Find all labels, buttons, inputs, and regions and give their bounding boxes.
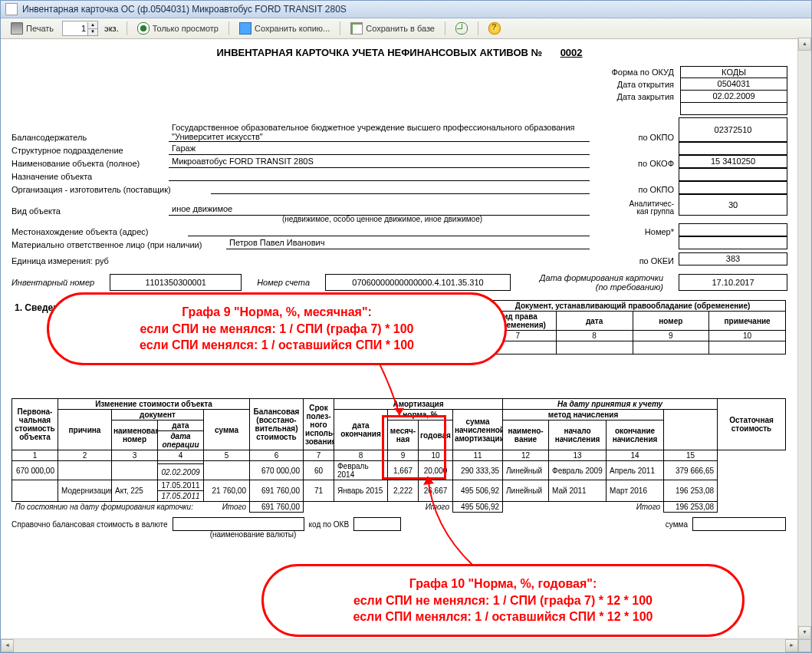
- kind-note: (недвижимое, особо ценное движимое, иное…: [169, 215, 596, 223]
- close-date-value: [681, 103, 787, 114]
- card-date-label: Дата формирования карточки (по требовани…: [526, 273, 663, 292]
- print-label: Печать: [26, 24, 54, 33]
- printer-icon: [11, 22, 23, 35]
- maker-label: Организация - изготовитель (поставщик): [12, 185, 211, 194]
- okof-value: 15 3410250: [679, 155, 787, 168]
- window-title: Инвентарная карточка ОС (ф.0504031) Микр…: [22, 4, 347, 15]
- name-value: Микроавтобус FORD TRANSIT 280S: [169, 157, 590, 168]
- acct-label: Номер счета: [257, 278, 310, 287]
- main-table: Первона-чальная стоимость объекта Измене…: [12, 398, 786, 513]
- resp-label: Материально ответственное лицо (при нали…: [12, 240, 226, 249]
- okv-code-box: [353, 517, 401, 531]
- doc-title: ИНВЕНТАРНАЯ КАРТОЧКА УЧЕТА НЕФИНАНСОВЫХ …: [12, 47, 787, 58]
- okud-label: Форма по ОКУД: [574, 66, 674, 78]
- scroll-corner: [798, 639, 811, 652]
- okei-label: по ОКЕИ: [590, 256, 679, 265]
- nomer-value: [679, 223, 787, 236]
- okv-currency-box: [173, 517, 304, 531]
- okpo2-value: [679, 181, 787, 194]
- help-button[interactable]: [483, 20, 506, 37]
- card-date-value: 17.10.2017: [679, 274, 787, 291]
- location-label: Местонахождение объекта (адрес): [12, 227, 188, 236]
- diskette-icon: [239, 22, 251, 35]
- resp-value: Петров Павел Иванович: [226, 238, 590, 249]
- open-date-value: 02.02.2009: [681, 91, 787, 103]
- eye-icon: [137, 22, 150, 35]
- dept-label: Структурное подразделение: [12, 146, 169, 155]
- okof-label: по ОКОФ: [590, 159, 679, 168]
- name-label: Наименование объекта (полное): [12, 159, 169, 168]
- kind-value: иное движимое: [169, 204, 590, 216]
- open-date-label: Дата открытия: [574, 78, 674, 91]
- holder-label: Балансодержатель: [12, 133, 169, 142]
- okpo1-label: по ОКПО: [590, 133, 679, 142]
- save-base-label: Сохранить в базе: [366, 24, 435, 33]
- analytic-value: 30: [679, 194, 787, 216]
- help-icon: [488, 22, 501, 35]
- app-window: Инвентарная карточка ОС (ф.0504031) Микр…: [0, 0, 812, 653]
- doc-icon: [5, 3, 18, 15]
- codes-header: КОДЫ: [681, 67, 787, 78]
- save-base-button[interactable]: Сохранить в базе: [345, 20, 440, 37]
- okv-note: (наименование валюты): [188, 530, 318, 539]
- toolbar: Печать ▲ ▼ экз. Только просмотр Сохранит…: [1, 18, 811, 39]
- okv-sum-box: [692, 517, 786, 531]
- close-date-label: Дата закрытия: [574, 91, 674, 103]
- rights-table: Документ, устанавливающий правообладание…: [479, 300, 786, 355]
- scroll-left-button[interactable]: ◄: [1, 639, 14, 652]
- refresh-button[interactable]: [450, 20, 473, 37]
- view-only-button[interactable]: Только просмотр: [132, 20, 224, 37]
- spin-up[interactable]: ▲: [87, 22, 97, 29]
- callout-col9: Графа 9 "Норма, %, месячная": если СПИ н…: [47, 292, 507, 365]
- scroll-right-button[interactable]: ►: [785, 639, 798, 652]
- okv-label: Справочно балансовая стоимость в валюте: [12, 520, 168, 529]
- dept-value: Гараж: [169, 143, 590, 155]
- save-db-icon: [350, 22, 363, 35]
- okv-code-label: код по ОКВ: [309, 520, 349, 529]
- inv-num-label: Инвентарный номер: [12, 278, 94, 287]
- scroll-up-button[interactable]: ▲: [798, 38, 811, 51]
- okpo2-label: по ОКПО: [590, 185, 679, 194]
- analytic-label: Аналитичес-кая группа: [590, 200, 679, 216]
- scrollbar-horizontal[interactable]: ◄ ►: [1, 638, 811, 652]
- spin-down[interactable]: ▼: [87, 29, 97, 35]
- okei-value: 383: [679, 252, 787, 265]
- nomer-label: Номер*: [590, 227, 679, 236]
- doc-number: 0002: [561, 47, 583, 58]
- inv-num-value: 1101350300001: [110, 274, 242, 291]
- copies-input[interactable]: [63, 24, 87, 33]
- okv-sum-label: сумма: [666, 520, 688, 529]
- scroll-down-button[interactable]: ▼: [798, 626, 811, 639]
- save-copy-label: Сохранить копию...: [255, 24, 330, 33]
- print-button[interactable]: Печать: [5, 20, 59, 37]
- okpo1-value: 02372510: [679, 117, 787, 142]
- codes-box: КОДЫ 0504031 02.02.2009: [680, 66, 787, 115]
- purpose-label: Назначение объекта: [12, 172, 169, 181]
- holder-value: Государственное образовательное бюджетно…: [169, 123, 590, 142]
- save-copy-button[interactable]: Сохранить копию...: [234, 20, 335, 37]
- refresh-icon: [455, 22, 468, 35]
- copies-unit: экз.: [104, 24, 119, 33]
- kind-label: Вид объекта: [12, 206, 169, 216]
- view-only-label: Только просмотр: [153, 24, 219, 33]
- unit-label: Единица измерения: руб: [12, 256, 169, 265]
- titlebar: Инвентарная карточка ОС (ф.0504031) Микр…: [1, 1, 811, 18]
- copies-spinner[interactable]: ▲ ▼: [62, 21, 98, 36]
- acct-value: 07060000000000000.4.101.35.310: [325, 274, 511, 291]
- scrollbar-vertical[interactable]: ▲ ▼: [797, 38, 811, 639]
- callout-col10: Графа 10 "Норма, %, годовая": если СПИ н…: [261, 564, 745, 637]
- okud-value: 0504031: [681, 78, 787, 91]
